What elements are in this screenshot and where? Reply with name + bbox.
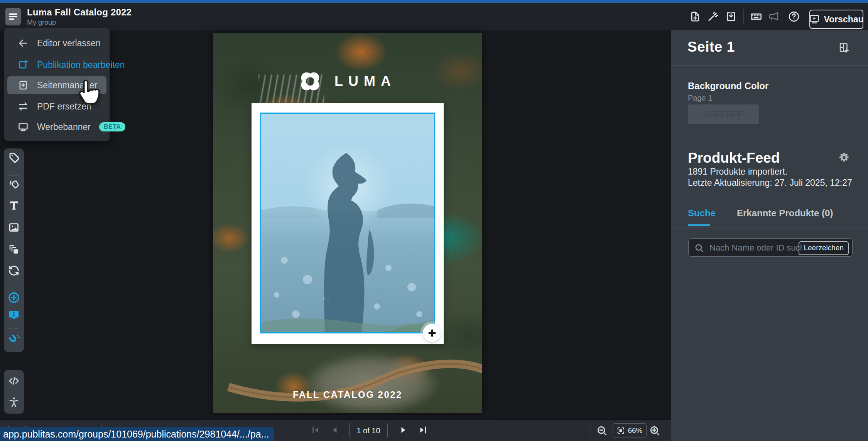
embed-code-button[interactable] <box>8 375 20 387</box>
sync-tool-button[interactable] <box>8 265 20 276</box>
gear-icon <box>838 159 850 165</box>
megaphone-icon <box>768 11 780 22</box>
first-page-button[interactable] <box>311 425 321 436</box>
menu-divider <box>10 53 103 53</box>
top-bar: Luma Fall Catalog 2022 My group <box>0 3 868 30</box>
feed-status-line: 1891 Produkte importiert. <box>688 167 787 177</box>
toolbar-divider <box>8 328 19 329</box>
zoom-level: 66% <box>628 426 642 435</box>
inspector-panel: Seite 1 Background Color Page 1 Produkt-… <box>671 30 868 441</box>
add-product-tag-button[interactable] <box>423 324 441 342</box>
plus-icon <box>427 328 437 338</box>
page-indicator[interactable]: 1 of 10 <box>349 423 388 438</box>
previous-page-icon <box>329 431 339 436</box>
main-dropdown-menu: Editor verlassen Publikation bearbeiten … <box>4 28 110 141</box>
magnet-icon <box>8 342 20 347</box>
bottom-divider <box>591 423 591 438</box>
edit-publication-icon <box>18 59 29 70</box>
text-tool-button[interactable] <box>8 200 20 212</box>
status-url-tooltip: app.publitas.com/groups/101069/publicati… <box>0 427 274 441</box>
keyboard-icon <box>750 10 762 23</box>
selection-tint-overlay <box>261 114 434 332</box>
selected-image-frame[interactable] <box>260 113 435 333</box>
panel-divider <box>671 199 868 199</box>
catalog-page[interactable]: LUMA <box>213 33 482 413</box>
layers-icon <box>8 244 20 255</box>
left-toolbar-secondary <box>4 370 24 414</box>
arrow-left-icon <box>18 38 29 49</box>
zoom-in-button[interactable] <box>649 425 660 436</box>
swap-arrows-icon <box>18 101 29 112</box>
add-hotspot-tool-button[interactable] <box>8 291 20 304</box>
announcements-button[interactable] <box>768 11 780 22</box>
next-page-icon <box>399 431 409 436</box>
feed-updated-line: Letzte Aktualisierung: 27. Juli 2025, 12… <box>688 178 852 188</box>
brand-logo: LUMA <box>213 70 482 93</box>
magic-wand-button[interactable] <box>707 11 719 22</box>
layout-add-icon <box>838 42 850 53</box>
help-button[interactable] <box>788 11 800 23</box>
tab-detected-products[interactable]: Erkannte Produkte (0) <box>737 208 833 219</box>
luma-logo-icon <box>299 70 321 93</box>
page-templates-button[interactable] <box>838 42 850 53</box>
preview-screen-icon <box>809 14 820 25</box>
magic-wand-icon <box>707 11 719 22</box>
text-icon <box>8 207 20 212</box>
zoom-in-icon <box>649 425 660 436</box>
product-feed-title: Produkt-Feed <box>688 150 780 166</box>
feed-settings-button[interactable] <box>838 152 850 165</box>
zoom-out-button[interactable] <box>596 425 608 436</box>
download-tray-icon <box>725 11 737 22</box>
image-tool-button[interactable] <box>8 222 20 233</box>
toolbar-divider <box>8 175 19 176</box>
zoom-out-icon <box>596 425 608 436</box>
next-page-button[interactable] <box>399 425 409 436</box>
header-divider <box>743 9 744 24</box>
monitor-icon <box>18 121 29 132</box>
menu-item-edit-publication[interactable]: Publikation bearbeiten <box>4 56 110 74</box>
panel-divider <box>671 269 868 269</box>
left-toolbar <box>4 148 24 352</box>
menu-item-exit-editor[interactable]: Editor verlassen <box>4 34 110 52</box>
apply-to-pages-tool-button[interactable] <box>8 244 20 255</box>
menu-item-ad-banner[interactable]: Werbebanner BETA <box>4 118 110 136</box>
keyboard-shortcuts-button[interactable] <box>750 10 762 23</box>
bolt-tag-icon <box>8 178 20 190</box>
panel-title: Seite 1 <box>687 39 735 55</box>
zoom-fit-button[interactable]: 66% <box>613 423 647 438</box>
space-key-hint: Leerzeichen <box>799 241 849 255</box>
app-root: Luma Fall Catalog 2022 My group <box>0 0 868 441</box>
accessibility-button[interactable] <box>8 396 20 408</box>
info-bubble-icon <box>8 316 20 322</box>
tag-tool-button[interactable] <box>8 152 20 164</box>
help-icon <box>788 11 800 23</box>
background-color-label: Background Color <box>688 81 768 91</box>
fit-screen-icon <box>616 426 625 435</box>
menu-item-replace-pdf[interactable]: PDF ersetzen <box>4 98 110 115</box>
active-tab-underline <box>688 224 710 226</box>
menu-item-page-manager[interactable]: Seitenmanager <box>7 76 106 94</box>
background-color-page-label: Page 1 <box>688 94 712 103</box>
background-color-input[interactable] <box>688 104 759 124</box>
search-icon <box>694 243 704 253</box>
download-button[interactable] <box>725 11 737 22</box>
circle-plus-icon <box>8 291 20 304</box>
add-pages-button[interactable] <box>689 11 701 22</box>
first-page-icon <box>311 431 321 436</box>
main-menu-button[interactable] <box>5 8 21 25</box>
tab-search[interactable]: Suche <box>688 208 716 219</box>
preview-button[interactable]: Vorschau <box>809 10 863 29</box>
info-tooltip-tool-button[interactable] <box>8 310 20 322</box>
last-page-icon <box>418 431 428 436</box>
magnet-tool-button[interactable] <box>8 334 20 347</box>
preview-label: Vorschau <box>824 14 863 25</box>
code-icon <box>8 375 20 387</box>
panel-divider <box>671 227 868 227</box>
previous-page-button[interactable] <box>329 425 339 436</box>
auto-tag-tool-button[interactable] <box>8 178 20 190</box>
brand-wordmark: LUMA <box>329 73 396 89</box>
last-page-button[interactable] <box>418 425 428 436</box>
publication-title: Luma Fall Catalog 2022 <box>27 7 132 18</box>
page-manager-icon <box>18 80 29 91</box>
product-search-input[interactable] <box>709 241 803 255</box>
